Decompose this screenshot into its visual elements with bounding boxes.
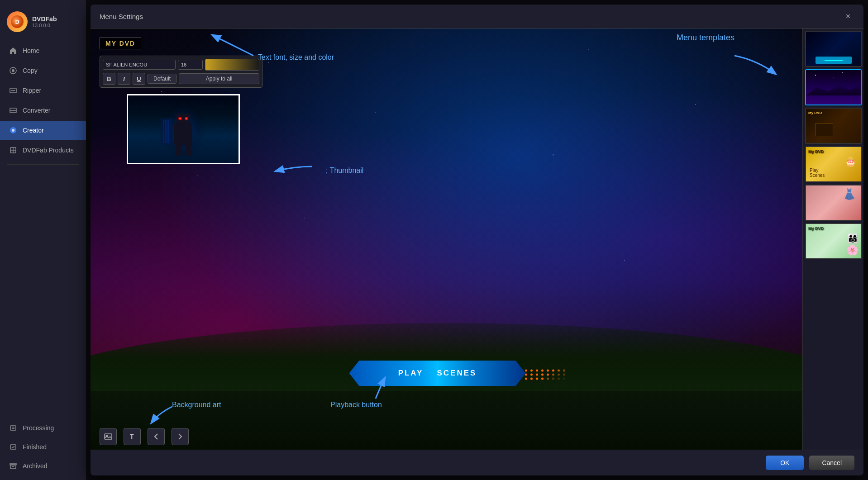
text-font-arrow xyxy=(204,31,258,58)
template-3[interactable]: My DVD xyxy=(805,108,862,144)
dialog-overlay: Menu Settings × MY DVD xyxy=(86,0,868,480)
color-picker[interactable] xyxy=(205,59,259,71)
svg-point-3 xyxy=(12,69,14,72)
svg-rect-21 xyxy=(174,123,192,145)
sidebar-item-creator[interactable]: Creator xyxy=(0,121,86,140)
thumbnail-arrow xyxy=(272,153,317,180)
dvd-title[interactable]: MY DVD xyxy=(100,38,141,49)
app-icon: D xyxy=(7,11,28,32)
app-logo: D DVDFab 13.0.0.0 xyxy=(0,5,86,41)
font-name-input[interactable]: SF ALIEN ENCOU xyxy=(103,60,176,70)
underline-button[interactable]: U xyxy=(133,73,145,85)
annotation-text-font: Text font, size and color xyxy=(258,53,334,62)
app-version: 13.0.0.0 xyxy=(32,23,57,28)
robot-svg xyxy=(161,100,206,159)
svg-rect-27 xyxy=(176,144,181,156)
scenes-label: SCENES xyxy=(437,369,477,378)
sidebar-label-copy: Copy xyxy=(23,67,38,74)
thumbnail-box[interactable] xyxy=(127,94,240,164)
default-button[interactable]: Default xyxy=(148,74,176,84)
font-row1: SF ALIEN ENCOU 16 xyxy=(103,59,259,71)
ripper-icon xyxy=(9,86,17,95)
template-1[interactable] xyxy=(805,31,862,67)
template-6[interactable]: My DVD 🌸 👨‍👩‍👧 xyxy=(805,223,862,259)
canvas-area[interactable]: MY DVD SF ALIEN ENCOU 16 B I U Default xyxy=(91,29,802,450)
dots-pattern xyxy=(525,370,567,380)
sidebar-nav: Home Copy Ripper Converter Creator xyxy=(0,41,86,160)
next-button[interactable] xyxy=(172,428,189,445)
svg-rect-32 xyxy=(167,120,169,143)
annotation-playback: Playback button xyxy=(330,401,382,409)
converter-icon xyxy=(9,106,17,114)
sidebar-item-archived[interactable]: Archived xyxy=(0,456,86,475)
close-button[interactable]: × xyxy=(842,10,854,23)
svg-rect-31 xyxy=(165,120,167,143)
sidebar-label-dvdfab: DVDFab Products xyxy=(23,147,74,154)
apply-all-button[interactable]: Apply to all xyxy=(179,73,259,84)
sidebar-divider xyxy=(7,164,79,165)
sidebar-item-dvdfab-products[interactable]: DVDFab Products xyxy=(0,141,86,160)
dialog-header: Menu Settings × xyxy=(91,5,863,29)
bold-button[interactable]: B xyxy=(103,73,115,85)
svg-rect-30 xyxy=(163,120,164,143)
home-icon xyxy=(9,47,17,55)
sidebar-item-processing[interactable]: Processing xyxy=(0,418,86,437)
menu-templates-arrow xyxy=(725,47,780,83)
svg-point-26 xyxy=(186,118,187,119)
svg-text:D: D xyxy=(15,19,19,25)
sidebar-item-copy[interactable]: Copy xyxy=(0,61,86,80)
sidebar-label-ripper: Ripper xyxy=(23,87,41,94)
sidebar-item-home[interactable]: Home xyxy=(0,41,86,60)
annotation-thumbnail: ; Thumbnail xyxy=(326,166,363,175)
sidebar: D DVDFab 13.0.0.0 Home Copy Ripper xyxy=(0,0,86,480)
app-name: DVDFab xyxy=(32,15,57,23)
ground-decoration xyxy=(91,391,802,450)
template-5[interactable]: 👗 xyxy=(805,185,862,221)
products-icon xyxy=(9,146,17,154)
copy-icon xyxy=(9,67,17,75)
svg-point-24 xyxy=(179,118,181,119)
sidebar-label-home: Home xyxy=(23,47,39,54)
font-row2: B I U Default Apply to all xyxy=(103,73,259,85)
cancel-button[interactable]: Cancel xyxy=(809,456,854,470)
sidebar-item-ripper[interactable]: Ripper xyxy=(0,81,86,100)
template-2[interactable] xyxy=(805,69,862,105)
menu-settings-dialog: Menu Settings × MY DVD xyxy=(91,5,863,475)
dialog-title: Menu Settings xyxy=(100,13,143,20)
dialog-footer: OK Cancel xyxy=(91,450,863,475)
sidebar-label-archived: Archived xyxy=(23,462,47,470)
italic-button[interactable]: I xyxy=(118,73,130,85)
archived-icon xyxy=(9,462,17,470)
sidebar-label-creator: Creator xyxy=(23,127,44,134)
annotation-background-art: Background art xyxy=(172,401,221,409)
bottom-toolbar: T xyxy=(100,428,189,445)
svg-rect-18 xyxy=(10,463,16,465)
prev-button[interactable] xyxy=(148,428,165,445)
sidebar-bottom: Processing Finished Archived xyxy=(0,418,86,475)
main-content: Menu Settings × MY DVD xyxy=(86,0,868,480)
text-button[interactable]: T xyxy=(124,428,141,445)
app-name-block: DVDFab 13.0.0.0 xyxy=(32,15,57,28)
svg-rect-13 xyxy=(10,426,16,430)
svg-text:T: T xyxy=(130,433,134,440)
templates-panel: My DVD My DVD 🎂 PlayScenes xyxy=(802,29,863,450)
sidebar-label-processing: Processing xyxy=(23,424,54,432)
sidebar-item-converter[interactable]: Converter xyxy=(0,101,86,120)
play-label: PLAY xyxy=(398,369,424,378)
processing-icon xyxy=(9,424,17,432)
creator-icon xyxy=(9,126,17,134)
background-art-button[interactable] xyxy=(100,428,117,445)
font-toolbar: SF ALIEN ENCOU 16 B I U Default Apply to… xyxy=(100,56,262,88)
sidebar-label-converter: Converter xyxy=(23,107,50,114)
template-4[interactable]: My DVD 🎂 PlayScenes xyxy=(805,146,862,182)
svg-point-9 xyxy=(12,129,14,132)
playback-arrow xyxy=(367,374,394,401)
font-size-input[interactable]: 16 xyxy=(178,60,203,70)
thumbnail-content xyxy=(128,95,238,163)
svg-rect-28 xyxy=(186,144,191,156)
ok-button[interactable]: OK xyxy=(766,456,804,470)
sidebar-item-finished[interactable]: Finished xyxy=(0,437,86,456)
dialog-body: MY DVD SF ALIEN ENCOU 16 B I U Default xyxy=(91,29,863,450)
annotation-menu-templates: Menu templates xyxy=(677,33,734,43)
background-art-arrow xyxy=(145,404,181,427)
